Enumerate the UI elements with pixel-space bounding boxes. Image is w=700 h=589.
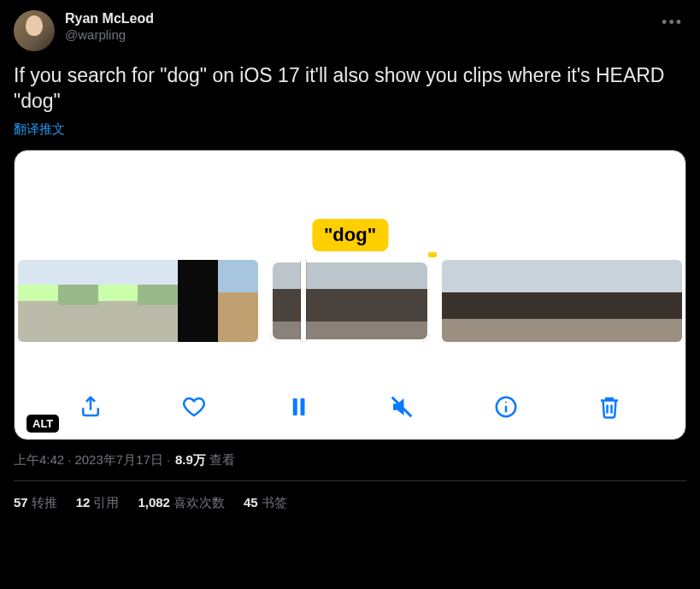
media-toolbar	[15, 392, 685, 422]
views-count: 8.9万	[175, 452, 206, 468]
translate-link[interactable]: 翻译推文	[14, 121, 686, 138]
views-label: 查看	[209, 452, 235, 468]
thumbnail	[18, 260, 58, 342]
tweet-time[interactable]: 上午4:42	[14, 452, 64, 468]
stat-label: 转推	[32, 495, 57, 509]
thumbnail	[98, 260, 138, 342]
quotes-stat[interactable]: 12引用	[76, 495, 120, 511]
scrub-handle[interactable]	[301, 260, 306, 342]
retweets-stat[interactable]: 57转推	[14, 495, 57, 511]
heart-icon[interactable]	[179, 392, 209, 422]
separator: ·	[167, 452, 170, 467]
avatar[interactable]	[14, 10, 55, 51]
tweet-meta: 上午4:42 · 2023年7月17日 · 8.9万 查看	[14, 452, 686, 468]
thumbnail	[178, 260, 218, 342]
clip-group[interactable]	[18, 260, 258, 342]
stat-label: 书签	[262, 495, 287, 509]
likes-stat[interactable]: 1,082喜欢次数	[138, 495, 225, 511]
pause-icon[interactable]	[283, 392, 314, 422]
thumbnail	[350, 260, 391, 342]
share-icon[interactable]	[75, 392, 106, 422]
thumbnail	[390, 260, 430, 342]
clip-group[interactable]	[442, 260, 682, 342]
tweet-header: Ryan McLeod @warpling •••	[14, 10, 686, 51]
stat-number: 45	[244, 495, 258, 509]
trash-icon[interactable]	[594, 392, 625, 422]
clip-group-active[interactable]	[270, 260, 430, 342]
thumbnail	[138, 260, 178, 342]
alt-badge[interactable]: ALT	[26, 415, 59, 433]
stat-label: 引用	[93, 495, 119, 509]
thumbnail	[58, 260, 98, 342]
playhead-marker	[428, 252, 437, 257]
more-icon[interactable]: •••	[658, 10, 686, 35]
display-name: Ryan McLeod	[65, 10, 154, 27]
separator: ·	[68, 452, 71, 467]
stat-label: 喜欢次数	[174, 495, 225, 509]
media-card[interactable]: "dog"	[14, 150, 686, 440]
stat-number: 12	[76, 495, 91, 509]
tweet-text: If you search for "dog" on iOS 17 it'll …	[14, 63, 686, 115]
thumbnail	[602, 260, 642, 342]
info-icon[interactable]	[491, 392, 521, 422]
thumbnail	[642, 260, 682, 342]
search-term-bubble: "dog"	[312, 219, 388, 251]
thumbnail	[562, 260, 603, 342]
video-timeline[interactable]	[15, 260, 685, 342]
svg-rect-1	[300, 398, 304, 415]
user-info[interactable]: Ryan McLeod @warpling	[65, 10, 154, 44]
divider	[14, 480, 686, 481]
thumbnail	[310, 260, 350, 342]
stat-number: 57	[14, 495, 28, 509]
thumbnail	[218, 260, 258, 342]
user-handle: @warpling	[65, 27, 154, 44]
stat-number: 1,082	[138, 495, 170, 509]
bookmarks-stat[interactable]: 45书签	[244, 495, 287, 511]
tweet-container: Ryan McLeod @warpling ••• If you search …	[0, 0, 700, 518]
thumbnail	[522, 260, 562, 342]
tweet-date[interactable]: 2023年7月17日	[74, 452, 162, 468]
thumbnail	[482, 260, 522, 342]
stats-row: 57转推 12引用 1,082喜欢次数 45书签	[14, 495, 686, 511]
mute-icon[interactable]	[386, 392, 417, 422]
thumbnail	[442, 260, 482, 342]
svg-rect-0	[293, 398, 297, 415]
svg-point-5	[505, 401, 507, 403]
